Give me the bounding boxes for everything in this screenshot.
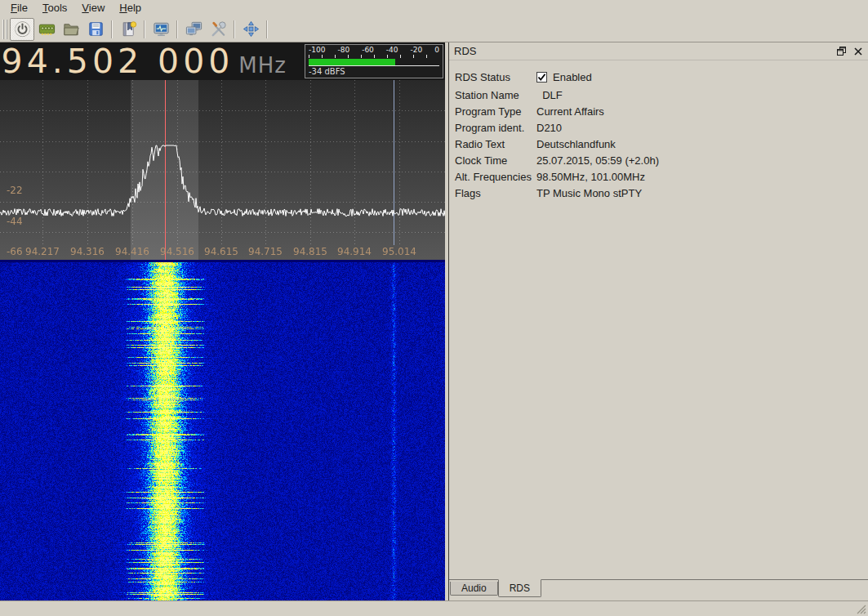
tools-icon [209, 20, 228, 38]
spectrum-x-label: 94.615 [204, 246, 238, 257]
dock-float-button[interactable] [835, 46, 848, 57]
meter-tick-label: -80 [337, 46, 349, 54]
toolbar-separator [111, 20, 113, 38]
menu-view[interactable]: View [74, 0, 112, 16]
tab-audio[interactable]: Audio [450, 582, 498, 596]
dsp-display-icon [152, 20, 171, 38]
waterfall-canvas[interactable] [0, 260, 445, 600]
rds-field-row: Clock Time 25.07.2015, 05:59 (+2.0h) [455, 152, 863, 168]
rds-dock-titlebar: RDS [449, 42, 868, 60]
menu-help[interactable]: Help [112, 0, 149, 16]
meter-readout: -34 dBFS [309, 67, 439, 76]
toolbar-separator [176, 20, 178, 38]
rds-content: RDS Status Enabled Station Name DLF [449, 60, 868, 579]
checkmark-icon [537, 73, 546, 82]
meter-tick-label: 0 [434, 46, 439, 54]
rds-field-row: Radio Text Deutschlandfunk [455, 136, 863, 152]
io-device-icon [38, 20, 56, 38]
tools-button[interactable] [206, 18, 230, 41]
spectrum-x-label: 94.316 [70, 246, 105, 257]
rds-enabled-label[interactable]: Enabled [553, 71, 592, 83]
rds-field-row: Flags TP Music Mono stPTY [455, 185, 863, 201]
frequency-unit: MHz [238, 53, 287, 78]
rds-field-row: Program Type Current Affairs [455, 103, 863, 119]
power-icon [13, 20, 32, 38]
rds-dock-panel: RDS RDS [448, 42, 868, 600]
start-dsp-button[interactable] [10, 18, 34, 41]
rds-field-row: Alt. Frequencies 98.50MHz, 101.00MHz [455, 168, 863, 185]
rds-field-label: Station Name [455, 89, 536, 101]
bookmarks-button[interactable] [116, 18, 140, 41]
dsp-settings-button[interactable] [149, 18, 173, 41]
float-window-icon [837, 47, 846, 56]
toolbar-handle[interactable] [2, 20, 7, 39]
rds-field-value: 98.50MHz, 101.00MHz [536, 171, 645, 183]
rds-field-value: Deutschlandfunk [536, 138, 616, 150]
rds-field-value: 25.07.2015, 05:59 (+2.0h) [536, 154, 659, 167]
dock-close-button[interactable] [852, 46, 865, 57]
frequency-display[interactable]: 94.502 000MHz [0, 42, 305, 81]
rds-field-value: D210 [536, 122, 562, 134]
meter-tick-label: -20 [411, 46, 423, 54]
spectrum-x-label: 94.516 [160, 246, 194, 257]
menu-bar: File Tools View Help [0, 0, 868, 16]
configure-io-button[interactable] [34, 18, 59, 41]
remote-control-icon [185, 20, 203, 38]
frequency-band: 94.502 000MHz -100 -80 -60 -40 -20 0 [0, 42, 445, 80]
rds-field-value: Current Affairs [536, 105, 604, 118]
rds-dock-title: RDS [454, 45, 830, 57]
spectrum-plot[interactable]: -22 -44 -66 -88 -110 94.217 94.316 94.41… [0, 80, 445, 260]
gqrx-window: File Tools View Help [0, 0, 868, 616]
rds-enabled-checkbox[interactable] [536, 72, 547, 83]
fullscreen-button[interactable] [238, 18, 263, 41]
spectrum-x-label: 94.217 [25, 246, 60, 257]
signal-strength-meter: -100 -80 -60 -40 -20 0 -34 dBFS [305, 44, 443, 78]
open-folder-icon [62, 20, 81, 38]
toolbar-separator [266, 20, 268, 38]
open-file-button[interactable] [59, 18, 83, 41]
dock-tabbar: Audio RDS [449, 579, 868, 600]
toolbar-separator [234, 20, 235, 38]
frequency-value[interactable]: 94.502 000 [2, 42, 234, 81]
spectrum-x-label: 95.014 [382, 246, 416, 257]
spectrum-x-label: 94.416 [115, 246, 149, 257]
save-button[interactable] [83, 18, 108, 41]
spectrum-x-label: 94.815 [293, 246, 327, 257]
rds-field-label: Flags [455, 187, 536, 199]
spectrum-y-label: -22 [7, 185, 39, 196]
toolbar [0, 16, 868, 42]
meter-scale: -100 -80 -60 -40 -20 0 [309, 46, 439, 54]
waterfall-display[interactable] [0, 260, 445, 600]
spectrum-y-label: -44 [7, 216, 39, 227]
rds-field-label: Alt. Frequencies [455, 171, 536, 183]
rds-field-row: Station Name DLF [455, 87, 863, 103]
rds-field-row: Program ident. D210 [455, 119, 863, 136]
rds-field-label: Program Type [455, 105, 536, 118]
meter-tick-label: -60 [362, 46, 374, 54]
rds-field-label: Radio Text [455, 138, 536, 150]
bookmarks-icon [119, 20, 138, 38]
meter-tick-label: -100 [309, 46, 325, 54]
rds-status-row: RDS Status Enabled [455, 68, 863, 87]
spectrum-canvas[interactable] [0, 80, 445, 260]
close-icon [854, 47, 862, 56]
toolbar-separator [144, 20, 145, 38]
tab-rds[interactable]: RDS [498, 579, 541, 597]
meter-tick-label: -40 [386, 46, 398, 54]
meter-bar-fill [309, 59, 395, 65]
spectrum-x-label: 94.914 [337, 246, 372, 257]
spectrum-x-label: 94.715 [248, 246, 283, 257]
menu-tools[interactable]: Tools [35, 0, 74, 16]
meter-bar-track [309, 59, 439, 66]
receiver-display-pane: 94.502 000MHz -100 -80 -60 -40 -20 0 [0, 42, 445, 600]
meter-ticks [309, 55, 439, 58]
resize-grip-icon[interactable] [855, 603, 866, 614]
rds-field-label: Clock Time [455, 154, 536, 167]
rds-field-value: TP Music Mono stPTY [536, 187, 642, 199]
remote-control-button[interactable] [181, 18, 206, 41]
rds-field-label: Program ident. [455, 122, 536, 134]
save-icon [87, 20, 105, 38]
menu-file[interactable]: File [3, 0, 35, 16]
rds-field-label: RDS Status [455, 71, 536, 83]
fullscreen-pan-icon [242, 20, 260, 38]
